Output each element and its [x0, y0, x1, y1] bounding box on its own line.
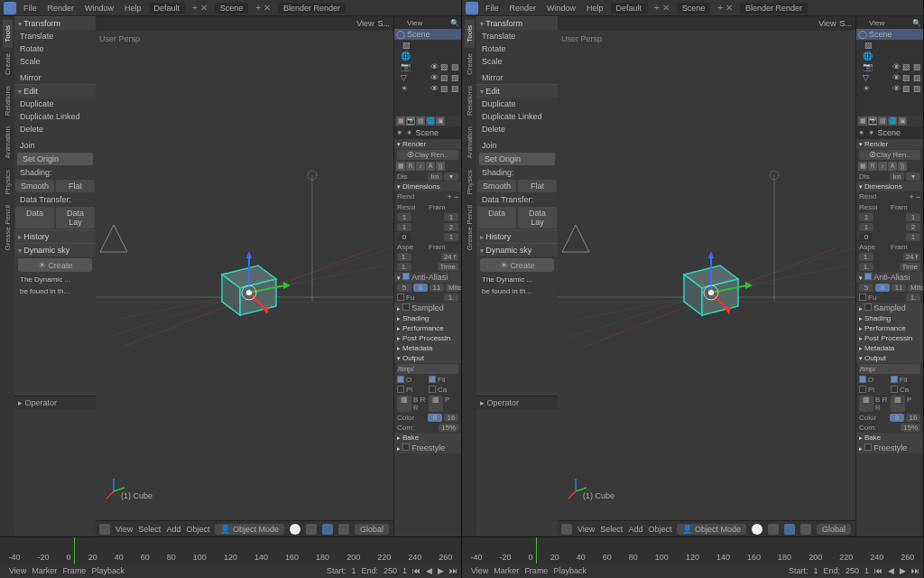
tab-animation[interactable]: Animation: [3, 121, 13, 164]
play-end-icon[interactable]: ⏭: [449, 566, 457, 575]
btn-create-sky[interactable]: ☀ Create: [480, 258, 554, 272]
tl-marker[interactable]: Marker: [32, 566, 57, 575]
btn-datalay[interactable]: Data Lay: [518, 207, 557, 228]
scene-selector[interactable]: Scene: [677, 3, 711, 14]
editor-type-icon[interactable]: [99, 524, 110, 535]
manipulator-icon[interactable]: [322, 524, 333, 535]
btn-join[interactable]: Join: [14, 139, 96, 152]
layout-addclose[interactable]: + ✕: [189, 3, 211, 13]
btn-delete[interactable]: Delete: [476, 123, 558, 135]
props-bake[interactable]: Bake: [856, 433, 923, 443]
outliner-renderlayers[interactable]: ▧: [856, 40, 923, 51]
btn-mirror[interactable]: Mirror: [14, 71, 96, 84]
start-frame[interactable]: 1: [351, 566, 356, 575]
btn-rotate[interactable]: Rotate: [476, 42, 558, 55]
shading-menu[interactable]: S...: [839, 19, 852, 28]
menu-window[interactable]: Window: [81, 4, 117, 13]
btn-translate[interactable]: Translate: [14, 30, 96, 42]
tab-physics[interactable]: Physics: [465, 164, 475, 200]
tl-marker[interactable]: Marker: [494, 566, 519, 575]
btn-duplicate[interactable]: Duplicate: [476, 98, 558, 110]
layout-selector[interactable]: Default: [611, 3, 648, 14]
outliner-cube[interactable]: ▽ 👁 ▨ ▧: [394, 72, 461, 83]
btn-set-origin[interactable]: Set Origin: [479, 153, 555, 165]
pivot-icon[interactable]: [306, 524, 317, 535]
end-frame[interactable]: 250: [383, 566, 397, 575]
footer-object[interactable]: Object: [186, 525, 209, 534]
btn-rotate[interactable]: Rotate: [14, 42, 96, 55]
scene-addclose[interactable]: + ✕: [252, 3, 274, 13]
tab-relations[interactable]: Relations: [3, 80, 13, 121]
footer-add[interactable]: Add: [628, 525, 642, 534]
tl-view[interactable]: View: [471, 566, 488, 575]
tab-grease-pencil[interactable]: Grease Pencil: [465, 200, 475, 256]
panel-dynamic-sky[interactable]: Dynamic sky: [476, 243, 558, 256]
btn-scale[interactable]: Scale: [14, 55, 96, 68]
viewport-3d[interactable]: User Persp: [558, 31, 855, 520]
footer-object[interactable]: Object: [648, 525, 671, 534]
tl-view[interactable]: View: [9, 566, 26, 575]
btn-delete[interactable]: Delete: [14, 123, 96, 135]
outliner-cube[interactable]: ▽ 👁 ▨ ▧: [856, 72, 923, 83]
layers-icon[interactable]: [338, 524, 349, 535]
play-rewind-icon[interactable]: ⏮: [412, 566, 420, 575]
footer-select[interactable]: Select: [138, 525, 161, 534]
outliner-world[interactable]: 🌐: [394, 51, 461, 61]
play-rewind-icon[interactable]: ⏮: [874, 566, 882, 575]
btn-flat[interactable]: Flat: [518, 180, 557, 192]
props-freestyle[interactable]: Freestyle: [856, 443, 923, 453]
timeline-track[interactable]: -40-200204060801001201401601802002202402…: [462, 537, 923, 564]
btn-duplicate[interactable]: Duplicate: [14, 98, 96, 110]
tab-create[interactable]: Create: [3, 48, 13, 80]
search-icon[interactable]: 🔍: [912, 19, 921, 27]
outliner-view[interactable]: View: [869, 19, 884, 27]
minus-icon[interactable]: −: [454, 192, 458, 201]
tab-create[interactable]: Create: [465, 48, 475, 80]
end-frame[interactable]: 250: [845, 566, 859, 575]
outliner-scene[interactable]: ◯ Scene: [394, 29, 461, 40]
panel-history[interactable]: History: [14, 229, 96, 243]
play-back-icon[interactable]: ◀: [426, 566, 432, 575]
play-back-icon[interactable]: ◀: [888, 566, 894, 575]
panel-transform[interactable]: Transform: [14, 16, 96, 30]
manipulator-icon[interactable]: [784, 524, 795, 535]
btn-create-sky[interactable]: ☀ Create: [18, 258, 92, 272]
btn-join[interactable]: Join: [476, 139, 558, 152]
editor-type-icon[interactable]: [561, 524, 572, 535]
props-metadata[interactable]: Metadata: [394, 343, 461, 353]
pivot-icon[interactable]: [768, 524, 779, 535]
tab-physics[interactable]: Physics: [3, 164, 13, 200]
btn-smooth[interactable]: Smooth: [15, 180, 54, 192]
props-post[interactable]: Post Processin: [394, 333, 461, 343]
current-frame[interactable]: 1: [864, 566, 869, 575]
panel-edit[interactable]: Edit: [14, 84, 96, 98]
tl-playback[interactable]: Playback: [553, 566, 587, 575]
footer-view[interactable]: View: [578, 525, 595, 534]
orientation-selector[interactable]: Global: [817, 524, 851, 535]
props-aa[interactable]: Anti-Aliasi: [856, 272, 923, 283]
props-shading[interactable]: Shading: [394, 313, 461, 323]
outliner-lamp[interactable]: ☀ 👁 ▨ ▧: [394, 83, 461, 94]
view-menu[interactable]: View: [356, 19, 374, 28]
outliner-camera[interactable]: 📷 👁 ▨ ▧: [394, 61, 461, 72]
btn-data[interactable]: Data: [15, 207, 54, 228]
minus-icon[interactable]: −: [916, 192, 920, 201]
tl-frame[interactable]: Frame: [524, 566, 548, 575]
blender-logo-icon[interactable]: [466, 2, 478, 14]
props-post[interactable]: Post Processin: [856, 333, 923, 343]
footer-view[interactable]: View: [116, 525, 133, 534]
props-render[interactable]: Render: [394, 139, 461, 149]
tl-frame[interactable]: Frame: [62, 566, 86, 575]
props-performance[interactable]: Performance: [856, 323, 923, 333]
timeline-track[interactable]: -40-200204060801001201401601802002202402…: [0, 537, 461, 564]
menu-help[interactable]: Help: [121, 4, 145, 13]
play-icon[interactable]: ▶: [900, 566, 906, 575]
props-sampled[interactable]: Sampled: [394, 303, 461, 313]
play-icon[interactable]: ▶: [438, 566, 444, 575]
shading-menu[interactable]: S...: [377, 19, 390, 28]
mode-selector[interactable]: 👤 Object Mode: [215, 524, 284, 535]
props-output[interactable]: Output: [394, 353, 461, 363]
output-path[interactable]: /tmp/: [397, 364, 458, 374]
props-dimensions[interactable]: Dimensions: [856, 182, 923, 191]
props-output[interactable]: Output: [856, 353, 923, 363]
